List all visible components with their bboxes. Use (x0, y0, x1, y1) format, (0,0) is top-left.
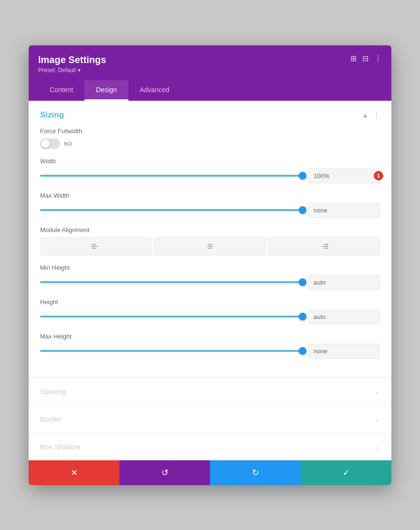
height-slider-track-wrap[interactable] (40, 315, 303, 318)
columns-icon[interactable]: ⊟ (362, 54, 368, 63)
max-height-value: none (308, 344, 380, 359)
width-value: 100% 1 (308, 169, 380, 183)
max-width-label: Max Width (40, 192, 380, 199)
border-section[interactable]: Border ⌄ (29, 405, 391, 433)
modal-preset[interactable]: Preset: Default ▾ (38, 67, 106, 74)
width-slider-thumb[interactable] (299, 172, 306, 180)
min-height-slider-track (40, 281, 303, 283)
min-height-slider-fill (40, 281, 303, 283)
save-button[interactable]: ✓ (301, 460, 391, 485)
width-slider-row: 100% 1 (40, 169, 380, 183)
header-title-group: Image Settings Preset: Default ▾ (38, 54, 106, 74)
modal-title: Image Settings (38, 54, 106, 65)
expand-icon[interactable]: ⊞ (350, 54, 357, 63)
max-width-row: Max Width none (40, 192, 380, 218)
height-slider-thumb[interactable] (299, 313, 306, 320)
max-height-slider-track-wrap[interactable] (40, 350, 303, 352)
align-right-btn[interactable] (268, 237, 380, 255)
align-center-btn[interactable] (154, 237, 266, 255)
sizing-section: Sizing ▲ ⋮ Force Fullwidth NO Width (29, 101, 391, 377)
spacing-section[interactable]: Spacing ⌄ (29, 377, 391, 405)
spacing-chevron: ⌄ (374, 387, 380, 395)
sizing-title: Sizing (40, 110, 64, 120)
width-slider-track-wrap[interactable] (40, 174, 303, 177)
toggle-knob (41, 139, 50, 148)
undo-icon: ↺ (161, 467, 168, 478)
max-height-slider-thumb[interactable] (299, 347, 306, 355)
height-label: Height (40, 298, 380, 306)
box-shadow-title: Box Shadow (40, 443, 80, 451)
header-top: Image Settings Preset: Default ▾ ⊞ ⊟ ⋮ (38, 54, 382, 74)
max-height-slider-track (40, 350, 303, 352)
alignment-row: Module Alignment (40, 226, 380, 255)
alignment-buttons (40, 237, 380, 255)
height-row: Height auto (40, 298, 380, 324)
min-height-slider-track-wrap[interactable] (40, 281, 303, 284)
max-height-row: Max Height none (40, 333, 380, 359)
max-width-slider-fill (40, 209, 303, 211)
force-fullwidth-toggle[interactable] (40, 138, 60, 149)
save-icon: ✓ (343, 467, 350, 478)
width-row: Width 100% 1 (40, 158, 380, 183)
align-left-btn[interactable] (40, 237, 152, 255)
tab-design[interactable]: Design (84, 80, 128, 101)
width-badge: 1 (374, 171, 383, 180)
box-shadow-section[interactable]: Box Shadow ⌄ (29, 433, 391, 460)
modal-body: Sizing ▲ ⋮ Force Fullwidth NO Width (29, 101, 391, 460)
collapse-icon[interactable]: ▲ (362, 111, 368, 119)
redo-icon: ↻ (252, 467, 259, 478)
max-width-slider-row: none (40, 203, 380, 218)
max-height-slider-fill (40, 350, 303, 352)
modal-header: Image Settings Preset: Default ▾ ⊞ ⊟ ⋮ C… (29, 45, 391, 101)
border-title: Border (40, 415, 62, 423)
sizing-more-icon[interactable]: ⋮ (373, 111, 380, 119)
min-height-value: auto (308, 275, 380, 290)
height-slider-fill (40, 316, 303, 318)
spacing-title: Spacing (40, 387, 66, 395)
force-fullwidth-row: NO (40, 138, 380, 149)
header-icon-group: ⊞ ⊟ ⋮ (350, 54, 382, 63)
height-slider-track (40, 316, 303, 318)
cancel-icon: ✕ (71, 467, 78, 478)
max-width-slider-thumb[interactable] (299, 206, 306, 214)
box-shadow-chevron: ⌄ (374, 443, 380, 450)
max-height-label: Max Height (40, 333, 380, 340)
toggle-text: NO (64, 141, 73, 147)
min-height-slider-row: auto (40, 275, 380, 290)
height-slider-row: auto (40, 309, 380, 324)
more-icon[interactable]: ⋮ (374, 54, 382, 63)
modal-footer: ✕ ↺ ↻ ✓ (29, 460, 391, 485)
tab-content[interactable]: Content (38, 80, 84, 101)
max-width-value: none (308, 203, 380, 218)
width-label: Width (40, 158, 380, 165)
border-chevron: ⌄ (374, 415, 380, 423)
cancel-button[interactable]: ✕ (29, 460, 119, 485)
tab-advanced[interactable]: Advanced (128, 80, 181, 101)
min-height-row: Min Height auto (40, 264, 380, 290)
tab-bar: Content Design Advanced (38, 80, 382, 101)
min-height-label: Min Height (40, 264, 380, 271)
width-slider-fill (40, 175, 303, 177)
alignment-label: Module Alignment (40, 226, 380, 233)
max-width-slider-track-wrap[interactable] (40, 209, 303, 212)
force-fullwidth-label: Force Fullwidth (40, 127, 380, 135)
image-settings-modal: Image Settings Preset: Default ▾ ⊞ ⊟ ⋮ C… (29, 45, 391, 485)
sizing-header-icons: ▲ ⋮ (362, 111, 380, 119)
min-height-slider-thumb[interactable] (299, 278, 306, 286)
height-value: auto (308, 309, 380, 324)
width-slider-track (40, 175, 303, 177)
sizing-section-header: Sizing ▲ ⋮ (40, 110, 380, 120)
max-width-slider-track (40, 209, 303, 211)
undo-button[interactable]: ↺ (119, 460, 210, 485)
redo-button[interactable]: ↻ (210, 460, 301, 485)
max-height-slider-row: none (40, 344, 380, 359)
